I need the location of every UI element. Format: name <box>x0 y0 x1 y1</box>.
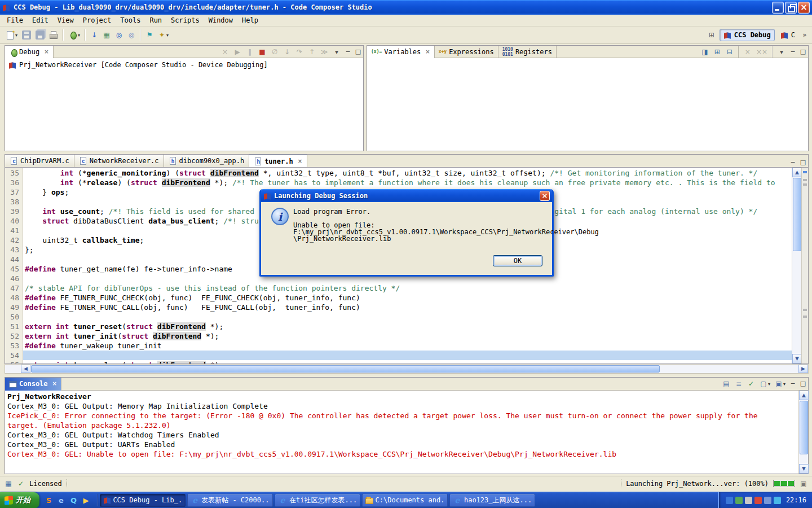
scroll-up-icon[interactable]: ▲ <box>792 168 802 177</box>
collapse-all-button[interactable]: ⊟ <box>724 45 735 59</box>
view-menu-button[interactable]: ▾ <box>331 45 342 59</box>
menu-run[interactable]: Run <box>145 15 166 25</box>
maximize-editor-button[interactable]: □ <box>798 158 808 167</box>
menu-scripts[interactable]: Scripts <box>166 15 204 25</box>
open-perspective-button[interactable]: ⊞ <box>706 28 717 42</box>
network-icon[interactable] <box>764 497 771 504</box>
menu-file[interactable]: File <box>2 15 28 25</box>
occurrence-marker[interactable] <box>803 179 807 181</box>
tab-debug[interactable]: Debug × <box>5 46 54 58</box>
close-tab-icon[interactable]: × <box>298 159 302 164</box>
occurrence-marker[interactable] <box>803 183 807 186</box>
antivirus-icon[interactable] <box>754 497 762 504</box>
minimize-view-button[interactable]: ─ <box>343 47 353 56</box>
welcome-icon[interactable]: ▦ <box>5 479 12 488</box>
scroll-right-icon[interactable]: ▶ <box>798 365 808 373</box>
start-button[interactable]: 开始 <box>0 492 39 508</box>
maximize-view-button[interactable]: □ <box>798 47 808 56</box>
pin-console-button[interactable]: ✓ <box>745 377 757 391</box>
editor-vertical-scrollbar[interactable]: ▲ ▼ <box>792 168 801 364</box>
clear-console-button[interactable]: ▤ <box>721 377 732 391</box>
debug-launch-button[interactable]: ▾ <box>67 28 82 42</box>
horizontal-scrollbar[interactable]: ◀ ▶ <box>5 364 809 374</box>
view-menu-button[interactable]: ▾ <box>776 45 787 59</box>
display-selected-console-button[interactable]: ▢▾ <box>758 377 772 391</box>
restore-button[interactable] <box>785 2 797 14</box>
code-line[interactable]: 48#define FE_TUNER_FUNC_CHECK(obj, func)… <box>5 293 792 303</box>
tab-variables[interactable]: (x)=Variables× <box>367 46 435 58</box>
close-tab-icon[interactable]: × <box>425 49 430 55</box>
menu-project[interactable]: Project <box>78 15 116 25</box>
code-line[interactable]: 52extern int tuner_init(struct dibFronte… <box>5 331 792 341</box>
menu-window[interactable]: Window <box>204 15 237 25</box>
code-line[interactable]: 53#define tuner_wakeup tuner_init <box>5 341 792 351</box>
minimize-view-button[interactable]: ─ <box>788 379 798 388</box>
scroll-up-icon[interactable]: ▲ <box>799 391 809 400</box>
menu-view[interactable]: View <box>53 15 78 25</box>
volume-icon[interactable] <box>735 497 743 504</box>
ok-button[interactable]: OK <box>493 255 542 266</box>
clock[interactable]: 22:16 <box>786 496 806 504</box>
license-icon[interactable]: ✓ <box>17 479 25 488</box>
usb-device-icon[interactable] <box>745 497 752 504</box>
debug-tree-item[interactable]: Prj_NetworkReceiver [Code Composer Studi… <box>5 58 363 69</box>
perspective-ccs-debug[interactable]: CCS Debug <box>720 29 775 41</box>
menu-edit[interactable]: Edit <box>28 15 53 25</box>
task-button-c-documents-and[interactable]: C:\Documents and... <box>362 494 448 507</box>
show-type-names-button[interactable]: ◨ <box>699 45 710 59</box>
print-button[interactable] <box>47 28 60 42</box>
minimize-button[interactable] <box>772 2 784 14</box>
code-line[interactable]: 55extern int tuner_sleep(struct dibFront… <box>5 360 792 364</box>
internet-explorer-icon[interactable]: e <box>56 496 66 505</box>
memory-browser-button[interactable]: ▦ <box>101 28 112 42</box>
scrollbar-thumb[interactable] <box>793 178 801 251</box>
close-tab-icon[interactable]: × <box>44 49 48 55</box>
progress-view-icon[interactable]: ▣ <box>800 479 807 488</box>
titlebar[interactable]: CCS Debug - Lib_dual9090_drv/dual9090_dr… <box>0 0 812 15</box>
menu-tools[interactable]: Tools <box>116 15 145 25</box>
task-button-ti[interactable]: 在ti社区怎样发表... <box>275 494 360 507</box>
dialog-close-button[interactable] <box>540 191 550 201</box>
code-line[interactable]: 49#define FE_TUNER_FUNC_CALL(obj, func) … <box>5 303 792 312</box>
messenger-icon[interactable] <box>774 497 781 504</box>
task-button-c2000[interactable]: 发表新帖 - C2000... <box>187 494 273 507</box>
occurrence-marker[interactable] <box>803 316 807 318</box>
tab-expressions[interactable]: x+yExpressions <box>435 46 498 58</box>
editor-tab-dibcom90x0-app-h[interactable]: dibcom90x0_app.h <box>164 155 250 167</box>
toolbar-overflow-chevron[interactable]: » <box>801 30 809 40</box>
close-tab-icon[interactable]: × <box>52 381 57 387</box>
close-button[interactable] <box>798 2 810 14</box>
menu-help[interactable]: Help <box>237 15 263 25</box>
code-line[interactable]: 47/* stable API for dibTunerOps - use th… <box>5 283 792 293</box>
task-button-hao123[interactable]: hao123_上网从这... <box>449 494 535 507</box>
scrollbar-thumb[interactable] <box>800 401 808 454</box>
editor-tab-tuner-h[interactable]: tuner.h× <box>249 155 307 167</box>
target-status-button[interactable]: ◎ <box>126 28 137 42</box>
code-line[interactable]: 50 <box>5 312 792 322</box>
qq-messenger-icon[interactable]: Q <box>69 496 78 505</box>
editor-tab-chipdrvarm-c[interactable]: ChipDrvARM.c <box>5 155 74 167</box>
occurrence-marker[interactable] <box>803 309 807 311</box>
editor-tab-networkreceiver-c[interactable]: NetworkReceiver.c <box>74 155 164 167</box>
variables-empty-area[interactable] <box>367 58 808 151</box>
cursor-marker[interactable] <box>803 171 807 173</box>
minimize-view-button[interactable]: ─ <box>788 47 798 56</box>
load-program-button[interactable]: ↓ <box>89 28 100 42</box>
perspective-c[interactable]: C <box>776 29 799 41</box>
code-line[interactable]: 36 int (*release) (struct dibFrontend *)… <box>5 178 792 187</box>
external-tools-button[interactable]: ✦▾ <box>156 28 170 42</box>
media-player-icon[interactable]: ▶ <box>81 496 91 505</box>
open-console-button[interactable]: ▣▾ <box>773 377 787 391</box>
scroll-lock-button[interactable]: ≡ <box>733 377 744 391</box>
code-line[interactable]: 54 <box>5 351 792 360</box>
scroll-left-icon[interactable]: ◀ <box>21 365 30 373</box>
tab-console[interactable]: Console × <box>5 378 61 391</box>
console-scrollbar[interactable]: ▲ ▼ <box>798 391 808 474</box>
code-line[interactable]: 51extern int tuner_reset(struct dibFront… <box>5 322 792 331</box>
tab-registers[interactable]: 1010 0101Registers <box>498 46 557 58</box>
minimize-editor-button[interactable]: ─ <box>788 158 798 167</box>
task-button-ccs-debug-lib[interactable]: CCS Debug - Lib_... <box>100 494 186 507</box>
scroll-down-icon[interactable]: ▼ <box>799 464 809 474</box>
code-line[interactable]: 35 int (*generic_monitoring) (struct dib… <box>5 168 792 178</box>
scrollbar-thumb[interactable] <box>31 365 660 373</box>
